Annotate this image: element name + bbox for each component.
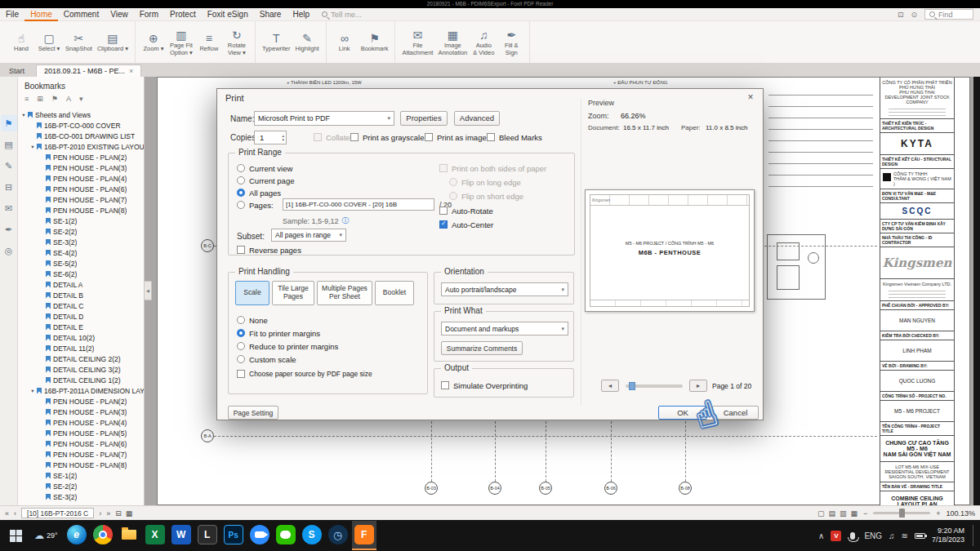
single-page-icon[interactable]: ▢ bbox=[817, 509, 825, 518]
bookmark-item[interactable]: ▾ Sheets and Views bbox=[18, 109, 144, 120]
bookmark-item[interactable]: ▾ 16B-PT-2010 EXISTING LAYOUT P bbox=[18, 141, 144, 152]
bookmark-item[interactable]: SE-3(2) bbox=[18, 491, 144, 502]
security-app-icon[interactable]: V bbox=[831, 531, 841, 541]
preview-next-page-button[interactable]: ▸ bbox=[689, 380, 707, 392]
summarize-comments-button[interactable]: Summarize Comments bbox=[441, 341, 523, 355]
orientation-select[interactable]: Auto portrait/landscape ▾ bbox=[441, 282, 568, 296]
page-setting-button[interactable]: Page Setting bbox=[228, 406, 278, 420]
booklet-mode-button[interactable]: Booklet bbox=[375, 281, 414, 305]
clock-widget[interactable]: 9:20 AM 7/18/2023 bbox=[932, 527, 964, 545]
preview-page-slider[interactable] bbox=[626, 384, 683, 388]
bookmark-item[interactable]: SE-4(2) bbox=[18, 247, 144, 258]
print-as-image-checkbox[interactable]: Print as image bbox=[425, 132, 487, 142]
bookmark-item[interactable]: SE-2(2) bbox=[18, 481, 144, 491]
notification-icon[interactable]: ⊙ bbox=[911, 11, 917, 19]
bookmark-item[interactable]: DETAIL CEILING 1(2) bbox=[18, 375, 144, 385]
prev-page-icon[interactable]: ‹ bbox=[14, 509, 16, 518]
panel-pages-icon[interactable]: ▤ bbox=[1, 136, 17, 153]
copies-input[interactable]: 1 ▴▾ bbox=[254, 131, 287, 144]
battery-icon[interactable] bbox=[915, 533, 925, 539]
bookmark-item[interactable]: DETAIL CEILING 3(2) bbox=[18, 364, 144, 375]
menu-item[interactable]: Share bbox=[254, 8, 287, 21]
bookmark-item[interactable]: PEN HOUSE - PLAN(4) bbox=[18, 417, 144, 428]
print-what-select[interactable]: Document and markups ▾ bbox=[441, 322, 568, 335]
multiple-pages-mode-button[interactable]: Multiple Pages Per Sheet bbox=[317, 281, 372, 305]
zoom-tool[interactable]: ⊕Zoom ▾ bbox=[140, 29, 167, 55]
panel-bookmarks-icon[interactable]: ⚑ bbox=[1, 115, 17, 131]
typewriter-tool[interactable]: TTypewriter bbox=[260, 29, 293, 55]
zoom-slider[interactable] bbox=[873, 512, 930, 514]
bookmark-item[interactable]: ▾ 16B-PT-2011A DIMENSION LAY bbox=[18, 385, 144, 396]
reflow-tool[interactable]: ≡Reflow bbox=[195, 29, 223, 55]
bookmarks-menu-icon[interactable]: ≡ bbox=[24, 95, 29, 103]
all-pages-radio[interactable]: All pages bbox=[237, 188, 281, 198]
bookmark-item[interactable]: SE-1(2) bbox=[18, 470, 144, 481]
next-page-icon[interactable]: › bbox=[99, 509, 101, 518]
expand-arrow-icon[interactable]: ▾ bbox=[20, 112, 27, 118]
file-attachment-tool[interactable]: ✉File Attachment bbox=[399, 26, 435, 58]
tell-me-search[interactable]: Tell me... bbox=[322, 10, 362, 19]
language-indicator[interactable]: ENG bbox=[864, 531, 882, 540]
fit-to-margins-radio[interactable]: Fit to printer margins bbox=[237, 328, 320, 338]
link-tool[interactable]: ∞Link bbox=[331, 29, 359, 55]
bookmark-item[interactable]: PEN HOUSE - PLAN(2) bbox=[18, 152, 144, 162]
bookmark-item[interactable]: DETAIL 10(2) bbox=[18, 332, 144, 343]
cancel-button[interactable]: Cancel bbox=[712, 406, 759, 420]
zoom-app-icon[interactable] bbox=[247, 521, 272, 550]
flip-long-radio[interactable]: Flip on long edge bbox=[449, 177, 521, 187]
auto-center-checkbox[interactable]: Auto-Center bbox=[439, 220, 493, 229]
network-icon[interactable]: ≋ bbox=[902, 531, 908, 540]
menu-item[interactable]: File bbox=[0, 8, 24, 21]
panel-signatures-icon[interactable]: ✒ bbox=[1, 221, 17, 238]
menu-item[interactable]: Protect bbox=[164, 8, 202, 21]
wechat-icon[interactable] bbox=[274, 521, 298, 550]
microphone-icon[interactable] bbox=[850, 532, 855, 540]
properties-button[interactable]: Properties bbox=[400, 111, 448, 126]
spinner-arrows[interactable]: ▴▾ bbox=[282, 134, 284, 142]
expand-arrow-icon[interactable]: ▾ bbox=[29, 144, 36, 150]
grayscale-checkbox[interactable]: Print as grayscale bbox=[350, 132, 425, 142]
menu-item[interactable]: Home bbox=[24, 8, 58, 21]
more-options-icon[interactable]: ▾ bbox=[79, 95, 83, 103]
slider-knob[interactable] bbox=[629, 382, 635, 390]
bookmark-item[interactable]: SE-3(2) bbox=[18, 237, 144, 247]
preview-prev-page-button[interactable]: ◂ bbox=[601, 380, 619, 392]
menu-item[interactable]: Foxit eSign bbox=[202, 8, 254, 21]
paper-source-checkbox[interactable]: Choose paper source by PDF page size bbox=[237, 369, 372, 379]
audio-video-tool[interactable]: ♫Audio & Video bbox=[470, 26, 497, 58]
bookmark-item[interactable]: PEN HOUSE - PLAN(5) bbox=[18, 428, 144, 438]
layout-switch-icon[interactable]: ⊡ bbox=[898, 11, 904, 19]
select-mode-icon[interactable]: ▦ bbox=[126, 509, 133, 518]
bookmark-item[interactable]: DETAIL B bbox=[18, 290, 144, 300]
bookmark-item[interactable]: PEN HOUSE - PLAN(2) bbox=[18, 396, 144, 407]
bookmark-item[interactable]: DETAIL CEILING 2(2) bbox=[18, 353, 144, 364]
hand-mode-icon[interactable]: ⊟ bbox=[115, 509, 122, 518]
panel-destinations-icon[interactable]: ◎ bbox=[1, 242, 17, 259]
printer-select[interactable]: Microsoft Print to PDF ▾ bbox=[254, 111, 394, 126]
alarms-icon[interactable]: ◷ bbox=[326, 521, 350, 550]
bookmark-item[interactable]: PEN HOUSE - PLAN(6) bbox=[18, 184, 144, 194]
pages-radio[interactable]: Pages: bbox=[237, 200, 274, 210]
menu-item[interactable]: Help bbox=[287, 8, 315, 21]
collate-checkbox[interactable]: Collate bbox=[314, 132, 350, 142]
libreoffice-icon[interactable]: L bbox=[195, 521, 220, 550]
excel-icon[interactable]: X bbox=[143, 521, 167, 550]
skype-icon[interactable]: S bbox=[300, 521, 324, 550]
tab-start[interactable]: Start bbox=[2, 64, 36, 77]
show-desktop-button[interactable] bbox=[973, 525, 976, 546]
auto-rotate-checkbox[interactable]: Auto-Rotate bbox=[439, 206, 493, 216]
bookmark-item[interactable]: PEN HOUSE - PLAN(7) bbox=[18, 449, 144, 460]
bookmark-item[interactable]: 16B-CO-001 DRAWING LIST bbox=[18, 131, 144, 141]
zoom-percentage[interactable]: 100.13% bbox=[946, 509, 975, 518]
bookmark-item[interactable]: PEN HOUSE - PLAN(3) bbox=[18, 162, 144, 173]
bookmark-item[interactable]: PEN HOUSE - PLAN(8) bbox=[18, 460, 144, 470]
panel-layers-icon[interactable]: ⊟ bbox=[1, 179, 17, 195]
bookmark-item[interactable]: 16B-PT-CO-000 COVER bbox=[18, 120, 144, 131]
highlight-tool[interactable]: ✎Highlight bbox=[293, 29, 322, 55]
simulate-overprinting-checkbox[interactable]: Simulate Overprinting bbox=[441, 380, 528, 390]
facing-page-icon[interactable]: ▥ bbox=[840, 509, 847, 518]
bookmark-item[interactable]: DETAIL A bbox=[18, 279, 144, 290]
bookmark-item[interactable]: SE-2(2) bbox=[18, 226, 144, 237]
foxit-icon[interactable]: F bbox=[352, 521, 376, 550]
bookmark-item[interactable]: SE-6(2) bbox=[18, 269, 144, 279]
